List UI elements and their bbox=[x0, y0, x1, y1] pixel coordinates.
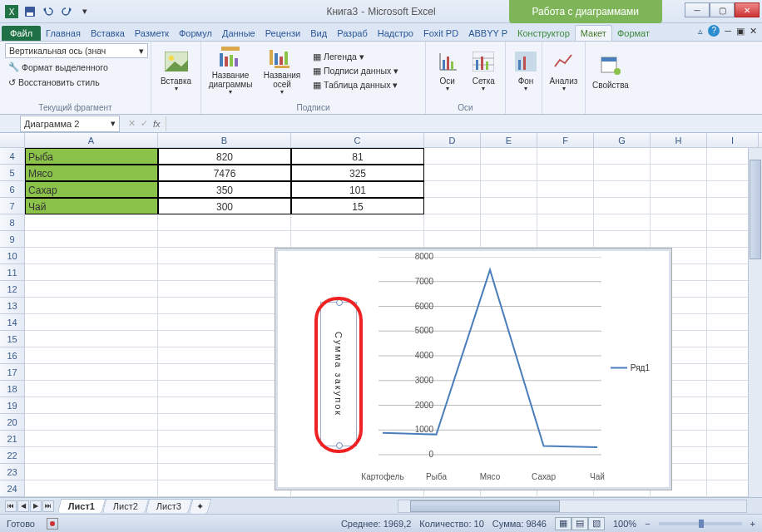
cell[interactable] bbox=[25, 314, 158, 331]
cell[interactable] bbox=[158, 480, 291, 497]
tab-foxit[interactable]: Foxit PD bbox=[418, 26, 463, 41]
row-header[interactable]: 15 bbox=[0, 331, 25, 347]
data-table-button[interactable]: ▦Таблица данных ▾ bbox=[309, 78, 402, 91]
zoom-level[interactable]: 100% bbox=[613, 519, 636, 529]
row-header[interactable]: 13 bbox=[0, 298, 25, 314]
column-header-F[interactable]: F bbox=[537, 133, 594, 147]
cell[interactable] bbox=[158, 214, 291, 231]
chart-element-selector[interactable]: Вертикальная ось (знач▾ bbox=[5, 43, 148, 58]
excel-icon[interactable]: X bbox=[3, 3, 20, 20]
tab-chart-format[interactable]: Формат bbox=[612, 26, 655, 41]
name-box[interactable]: Диаграмма 2▾ bbox=[20, 116, 120, 132]
tab-home[interactable]: Главная bbox=[41, 26, 86, 41]
cell[interactable] bbox=[424, 181, 481, 198]
new-sheet-button[interactable]: ✦ bbox=[189, 499, 212, 514]
cell[interactable] bbox=[158, 331, 291, 347]
row-header[interactable]: 24 bbox=[0, 480, 25, 497]
tab-nav-last[interactable]: ⏭ bbox=[42, 500, 54, 512]
cancel-icon[interactable]: ✕ bbox=[128, 118, 136, 129]
cell[interactable] bbox=[158, 248, 291, 264]
zoom-slider[interactable] bbox=[659, 522, 742, 525]
cell[interactable] bbox=[537, 198, 594, 214]
row-header[interactable]: 21 bbox=[0, 431, 25, 447]
cell[interactable] bbox=[537, 231, 594, 248]
cell[interactable] bbox=[481, 214, 537, 231]
cell[interactable] bbox=[25, 347, 158, 364]
tab-chart-layout[interactable]: Макет bbox=[575, 25, 612, 41]
view-normal-button[interactable]: ▦ bbox=[555, 517, 572, 530]
cell[interactable] bbox=[651, 214, 707, 231]
row-header[interactable]: 7 bbox=[0, 198, 25, 214]
row-header[interactable]: 14 bbox=[0, 314, 25, 331]
workbook-restore-icon[interactable]: ▣ bbox=[736, 26, 745, 37]
confirm-icon[interactable]: ✓ bbox=[141, 118, 148, 129]
row-header[interactable]: 22 bbox=[0, 447, 25, 464]
chart-legend[interactable]: Ряд1 bbox=[611, 363, 650, 372]
cell[interactable] bbox=[25, 447, 158, 464]
gridlines-button[interactable]: Сетка▾ bbox=[468, 43, 501, 98]
save-icon[interactable] bbox=[22, 3, 38, 20]
cell[interactable] bbox=[158, 447, 291, 464]
column-header-D[interactable]: D bbox=[424, 133, 481, 147]
cell[interactable]: Чай bbox=[25, 198, 158, 214]
cell[interactable] bbox=[25, 397, 158, 414]
tab-developer[interactable]: Разраб bbox=[332, 26, 373, 41]
row-header[interactable]: 23 bbox=[0, 464, 25, 480]
horizontal-scrollbar[interactable] bbox=[398, 500, 747, 513]
cell[interactable] bbox=[594, 214, 651, 231]
cell[interactable]: Рыба bbox=[25, 148, 158, 165]
cell[interactable] bbox=[25, 248, 158, 264]
undo-icon[interactable] bbox=[40, 3, 57, 20]
cell[interactable] bbox=[537, 181, 594, 198]
cell[interactable] bbox=[25, 281, 158, 298]
zoom-in-button[interactable]: + bbox=[750, 519, 755, 529]
row-header[interactable]: 17 bbox=[0, 364, 25, 381]
cell[interactable] bbox=[25, 464, 158, 480]
cell[interactable]: Мясо bbox=[25, 165, 158, 181]
cell[interactable] bbox=[481, 165, 537, 181]
column-header-A[interactable]: A bbox=[25, 133, 158, 147]
ribbon-minimize-icon[interactable]: ▵ bbox=[698, 26, 703, 37]
sheet-tab-2[interactable]: Лист2 bbox=[102, 499, 150, 513]
tab-abbyy[interactable]: ABBYY P bbox=[463, 26, 512, 41]
row-header[interactable]: 6 bbox=[0, 181, 25, 198]
cell[interactable] bbox=[25, 298, 158, 314]
tab-layout[interactable]: Разметк bbox=[130, 26, 174, 41]
cell[interactable] bbox=[481, 181, 537, 198]
cell[interactable] bbox=[158, 347, 291, 364]
minimize-button[interactable]: ─ bbox=[685, 2, 710, 17]
column-header-C[interactable]: C bbox=[291, 133, 424, 147]
cell[interactable] bbox=[651, 165, 707, 181]
view-page-break-button[interactable]: ▧ bbox=[588, 517, 605, 530]
row-header[interactable]: 10 bbox=[0, 248, 25, 264]
tab-view[interactable]: Вид bbox=[305, 26, 332, 41]
cell[interactable] bbox=[651, 148, 707, 165]
column-header-E[interactable]: E bbox=[481, 133, 537, 147]
cell[interactable] bbox=[158, 464, 291, 480]
cell[interactable] bbox=[25, 364, 158, 381]
cell[interactable] bbox=[25, 214, 158, 231]
y-axis-title[interactable]: Сумма закупок bbox=[320, 302, 357, 446]
cell[interactable] bbox=[424, 214, 481, 231]
axes-button[interactable]: Оси▾ bbox=[431, 43, 464, 98]
cell[interactable] bbox=[158, 281, 291, 298]
legend-button[interactable]: ▦Легенда ▾ bbox=[309, 50, 402, 63]
chart-plot-area[interactable] bbox=[379, 257, 601, 470]
cell[interactable]: 350 bbox=[158, 181, 291, 198]
cell[interactable] bbox=[25, 264, 158, 281]
cell[interactable] bbox=[594, 148, 651, 165]
workbook-minimize-icon[interactable]: ─ bbox=[725, 26, 731, 36]
column-header-I[interactable]: I bbox=[707, 133, 759, 147]
cell[interactable] bbox=[158, 431, 291, 447]
sheet-tab-3[interactable]: Лист3 bbox=[146, 499, 193, 513]
cell[interactable] bbox=[25, 480, 158, 497]
cell[interactable] bbox=[481, 198, 537, 214]
insert-button[interactable]: Вставка▾ bbox=[156, 43, 195, 98]
row-header[interactable]: 8 bbox=[0, 214, 25, 231]
cell[interactable] bbox=[158, 397, 291, 414]
cell[interactable] bbox=[25, 331, 158, 347]
reset-style-button[interactable]: ↺Восстановить стиль bbox=[5, 76, 146, 89]
cell[interactable]: 15 bbox=[291, 198, 424, 214]
cell[interactable]: Сахар bbox=[25, 181, 158, 198]
formula-input[interactable] bbox=[166, 116, 762, 131]
